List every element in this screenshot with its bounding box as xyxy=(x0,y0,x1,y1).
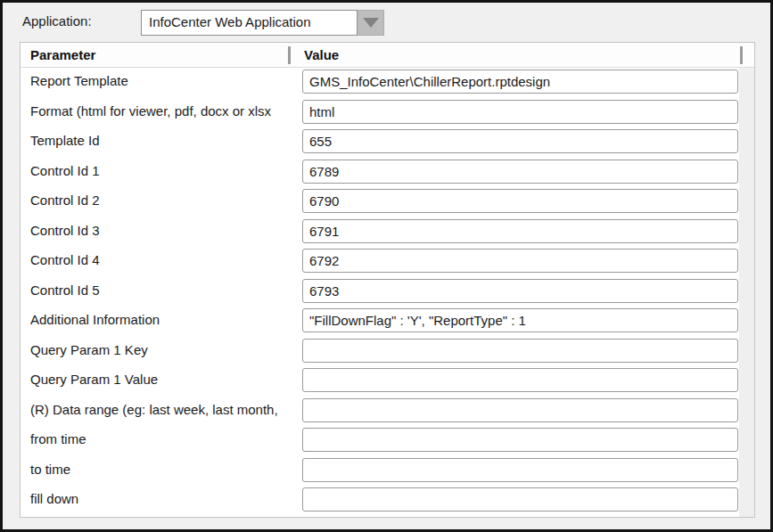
table-row: Control Id 2 xyxy=(21,187,754,217)
value-input-query-param-1-key[interactable] xyxy=(302,339,738,363)
parameter-label: Format (html for viewer, pdf, docx or xl… xyxy=(30,103,271,119)
application-dropdown-button[interactable] xyxy=(358,10,384,36)
value-input-additional-information[interactable] xyxy=(302,308,738,332)
parameter-label: fill down xyxy=(30,491,78,506)
table-row: Additional Information xyxy=(21,307,754,337)
value-input-control-id-4[interactable] xyxy=(302,249,738,273)
table-row: Template Id xyxy=(21,127,754,158)
parameter-label: Template Id xyxy=(30,133,100,148)
parameter-label: from time xyxy=(30,431,86,446)
parameter-label: Control Id 3 xyxy=(30,223,100,238)
table-row: Control Id 3 xyxy=(21,217,754,248)
table-row: Control Id 4 xyxy=(21,247,754,277)
column-header-parameter: Parameter xyxy=(30,47,95,62)
table-row: (R) Data range (eg: last week, last mont… xyxy=(21,397,754,427)
column-header-value: Value xyxy=(304,47,339,62)
value-input-report-template[interactable] xyxy=(302,70,738,94)
parameter-label: Control Id 5 xyxy=(30,282,100,298)
value-input-data-range[interactable] xyxy=(302,398,738,422)
column-resize-handle[interactable] xyxy=(740,46,743,64)
value-input-fill-down[interactable] xyxy=(302,487,738,512)
table-row: fill down xyxy=(21,486,754,516)
application-combobox[interactable]: InfoCenter Web Application xyxy=(141,10,384,36)
value-input-from-time[interactable] xyxy=(302,428,738,452)
parameter-label: (R) Data range (eg: last week, last mont… xyxy=(30,402,278,417)
application-window: Application: InfoCenter Web Application … xyxy=(0,0,773,532)
table-row: Control Id 5 xyxy=(21,277,754,307)
parameter-label: Query Param 1 Value xyxy=(30,372,158,387)
parameter-table-body: Report Template Format (html for viewer,… xyxy=(21,68,754,517)
parameter-table: Parameter Value Report Template Format (… xyxy=(20,42,755,518)
table-row: from time xyxy=(21,426,754,456)
value-input-control-id-1[interactable] xyxy=(302,160,738,184)
parameter-table-header: Parameter Value xyxy=(21,43,754,68)
value-input-to-time[interactable] xyxy=(302,458,738,482)
parameter-label: Report Template xyxy=(30,73,128,88)
value-input-control-id-2[interactable] xyxy=(302,189,738,213)
triangle-down-icon xyxy=(363,18,379,28)
table-row: Control Id 1 xyxy=(21,158,754,188)
table-row: Format (html for viewer, pdf, docx or xl… xyxy=(21,98,754,128)
table-row: Report Template xyxy=(21,68,754,98)
parameter-label: Control Id 4 xyxy=(30,252,100,267)
column-resize-handle[interactable] xyxy=(288,46,291,64)
table-row: Query Param 1 Value xyxy=(21,366,754,397)
table-row: Query Param 1 Key xyxy=(21,337,754,367)
application-combobox-value[interactable]: InfoCenter Web Application xyxy=(141,10,358,36)
parameter-label: to time xyxy=(30,462,70,477)
value-input-template-id[interactable] xyxy=(302,129,738,153)
value-input-query-param-1-value[interactable] xyxy=(302,368,738,392)
parameter-label: Additional Information xyxy=(30,312,160,327)
parameter-label: Control Id 2 xyxy=(30,192,100,208)
value-input-control-id-3[interactable] xyxy=(302,219,738,243)
table-row: to time xyxy=(21,456,754,487)
application-label: Application: xyxy=(22,13,92,29)
parameter-label: Control Id 1 xyxy=(30,163,100,178)
value-input-format[interactable] xyxy=(302,100,738,124)
value-input-control-id-5[interactable] xyxy=(302,279,738,303)
parameter-label: Query Param 1 Key xyxy=(30,342,148,357)
